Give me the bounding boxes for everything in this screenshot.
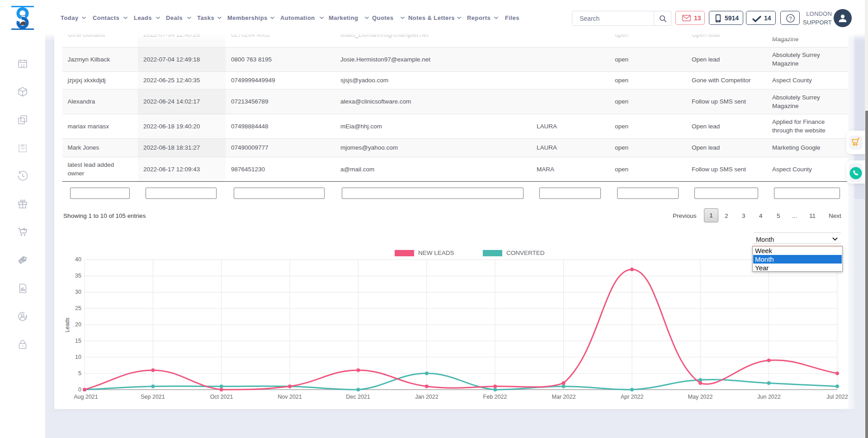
svg-text:?: ?: [789, 16, 792, 21]
svg-text:Jun 2022: Jun 2022: [757, 394, 780, 400]
svg-text:Dec 2021: Dec 2021: [346, 394, 370, 400]
svg-text:Sep 2021: Sep 2021: [141, 394, 165, 400]
svg-text:5: 5: [78, 370, 81, 377]
svg-text:10: 10: [75, 354, 81, 360]
svg-text:30: 30: [75, 289, 81, 295]
svg-text:Oct 2021: Oct 2021: [210, 394, 233, 400]
svg-text:40: 40: [75, 256, 81, 263]
svg-text:Jan 2022: Jan 2022: [415, 394, 438, 400]
svg-text:Mar 2022: Mar 2022: [552, 394, 576, 400]
svg-text:Aug 2021: Aug 2021: [74, 394, 98, 400]
svg-text:Feb 2022: Feb 2022: [483, 394, 507, 400]
svg-text:Leads: Leads: [64, 318, 71, 333]
svg-text:20: 20: [75, 321, 81, 328]
svg-text:Jul 2022: Jul 2022: [826, 394, 848, 400]
svg-text:Nov 2021: Nov 2021: [278, 394, 302, 400]
svg-text:0: 0: [78, 386, 81, 393]
svg-text:12: 12: [20, 63, 25, 68]
svg-text:Apr 2022: Apr 2022: [621, 394, 644, 400]
svg-text:May 2022: May 2022: [688, 394, 713, 400]
svg-text:CONVERTED: CONVERTED: [506, 250, 545, 256]
svg-text:NEW LEADS: NEW LEADS: [418, 250, 454, 256]
svg-text:15: 15: [75, 338, 81, 344]
svg-text:25: 25: [75, 305, 81, 311]
svg-text:35: 35: [75, 273, 81, 279]
